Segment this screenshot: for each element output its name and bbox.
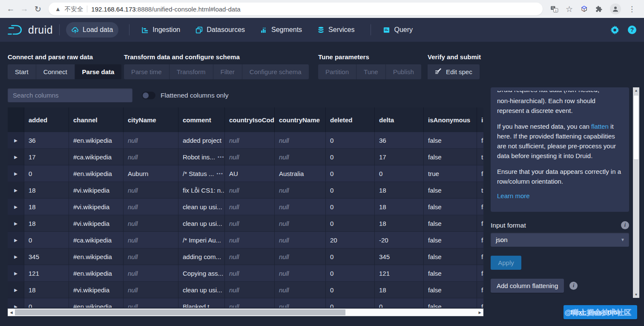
table-cell: 20 [326, 232, 375, 248]
column-header-countryisocode[interactable]: countryIsoCode [225, 107, 275, 132]
apply-button[interactable]: Apply [491, 256, 521, 270]
table-cell: 18 [24, 199, 69, 215]
table-cell: #vi.wikipedia [69, 199, 124, 215]
vertical-scrollbar-thumb[interactable] [633, 95, 639, 160]
table-cell: 345 [24, 248, 69, 265]
browser-menu-icon[interactable]: ⋮ [628, 5, 635, 14]
scroll-left-arrow-icon[interactable]: ◀ [8, 309, 14, 316]
browser-reload-icon[interactable]: ↻ [32, 3, 44, 15]
step-button-edit-spec[interactable]: Edit spec [428, 64, 480, 79]
browser-forward-icon[interactable]: → [18, 3, 31, 15]
header-cell-expander [8, 107, 24, 132]
horizontal-scrollbar[interactable]: ◀ ▶ [8, 309, 483, 316]
input-format-info-icon[interactable]: i [621, 221, 629, 229]
step-button-publish[interactable]: Publish [386, 64, 421, 79]
row-expander-icon[interactable]: ▶ [14, 138, 17, 143]
table-cell: 0 [326, 199, 375, 215]
nav-item-services[interactable]: Services [312, 22, 360, 38]
row-expander-icon[interactable]: ▶ [14, 188, 17, 193]
scroll-up-arrow-icon[interactable]: ▲ [633, 87, 639, 94]
step-button-transform[interactable]: Transform [170, 64, 213, 79]
table-cell: 18 [24, 282, 69, 298]
browser-profile-avatar[interactable] [610, 3, 621, 14]
flattened-columns-toggle[interactable] [142, 92, 155, 99]
settings-gear-icon[interactable] [610, 26, 619, 35]
row-expander-icon[interactable]: ▶ [14, 238, 17, 242]
row-expander-icon[interactable]: ▶ [14, 205, 17, 209]
translate-icon[interactable]: G文 [550, 5, 558, 13]
step-button-connect[interactable]: Connect [36, 64, 75, 79]
horizontal-scrollbar-thumb[interactable] [15, 309, 345, 315]
row-expander-icon[interactable]: ▶ [14, 254, 17, 259]
column-header-cityname[interactable]: cityName [124, 107, 178, 132]
vertical-scrollbar[interactable]: ▲ ▼ [633, 87, 639, 298]
address-bar[interactable]: ▲ 不安全 192.168.64.173:8888/unified-consol… [49, 3, 543, 15]
table-cell: 0 [375, 165, 424, 182]
nav-divider [129, 24, 129, 35]
nav-item-ingestion[interactable]: Ingestion [136, 22, 186, 38]
table-cell: 18 [375, 199, 424, 215]
table-cell: clean up usi... [178, 282, 225, 298]
table-cell: 0 [24, 232, 69, 248]
scroll-down-arrow-icon[interactable]: ▼ [633, 291, 639, 298]
table-cell: 0 [24, 165, 69, 182]
nav-item-segments[interactable]: Segments [255, 22, 308, 38]
flattening-info-icon[interactable]: i [569, 282, 578, 290]
nav-item-label: Load data [83, 26, 113, 34]
nav-item-label: Ingestion [152, 26, 180, 34]
druid-logo-icon [8, 24, 24, 35]
step-button-partition[interactable]: Partition [318, 64, 356, 79]
extensions-puzzle-icon[interactable] [595, 6, 603, 13]
column-header-comment[interactable]: comment [178, 107, 225, 132]
column-header-channel[interactable]: channel [69, 107, 124, 132]
learn-more-link[interactable]: Learn more [497, 192, 623, 199]
search-columns-input[interactable] [8, 88, 132, 102]
scroll-right-arrow-icon[interactable]: ▶ [477, 309, 483, 316]
step-button-parse-data[interactable]: Parse data [75, 64, 122, 79]
column-header-added[interactable]: added [24, 107, 69, 132]
table-cell: #en.wikipedia [69, 132, 124, 148]
column-header-delta[interactable]: delta [375, 107, 424, 132]
flattened-columns-toggle-label: Flattened columns only [161, 92, 228, 99]
column-header-is[interactable]: is [477, 107, 483, 132]
flatten-link[interactable]: flatten [591, 123, 609, 130]
expander-cell: ▶ [8, 165, 24, 182]
druid-brand[interactable]: druid [8, 24, 53, 36]
row-expander-icon[interactable]: ▶ [14, 271, 17, 276]
add-column-flattening-button[interactable]: Add column flattening [491, 279, 564, 293]
row-expander-icon[interactable]: ▶ [14, 221, 17, 226]
browser-back-icon[interactable]: ← [4, 3, 17, 15]
input-format-select[interactable]: json ▼ [491, 233, 629, 247]
step-button-tune[interactable]: Tune [356, 64, 386, 79]
nav-item-datasources[interactable]: Datasources [190, 22, 250, 38]
comment-more-button[interactable]: ••• [215, 154, 224, 159]
column-header-countryname[interactable]: countryName [275, 107, 326, 132]
table-cell: 18 [24, 182, 69, 198]
table-cell: added project [178, 132, 225, 148]
expander-cell: ▶ [8, 248, 24, 265]
row-expander-icon[interactable]: ▶ [14, 304, 17, 308]
nav-item-load-data[interactable]: Load data [66, 22, 118, 38]
row-expander-icon[interactable]: ▶ [14, 288, 17, 292]
step-button-start[interactable]: Start [8, 64, 36, 79]
row-expander-icon[interactable]: ▶ [14, 155, 17, 159]
svg-text:文: 文 [555, 9, 557, 12]
table-cell: null [124, 248, 178, 265]
table-cell: clean up usi... [178, 215, 225, 231]
step-button-parse-time[interactable]: Parse time [124, 64, 170, 79]
step-button-configure-schema[interactable]: Configure schema [242, 64, 309, 79]
next-parse-time-button[interactable]: Next: Parse time→ [564, 305, 637, 319]
column-header-deleted[interactable]: deleted [326, 107, 375, 132]
row-expander-icon[interactable]: ▶ [14, 171, 17, 176]
column-header-isanonymous[interactable]: isAnonymous [424, 107, 477, 132]
input-format-value: json [496, 236, 508, 243]
toggle-knob [143, 92, 149, 98]
table-cell: null [275, 149, 326, 165]
extension-cube-icon[interactable] [580, 5, 588, 13]
help-icon[interactable]: ? [628, 26, 636, 34]
comment-more-button[interactable]: ••• [214, 171, 223, 176]
bookmark-star-icon[interactable]: ☆ [566, 4, 573, 14]
nav-item-query[interactable]: Query [377, 22, 418, 38]
table-cell: 17 [24, 149, 69, 165]
step-button-filter[interactable]: Filter [213, 64, 242, 79]
